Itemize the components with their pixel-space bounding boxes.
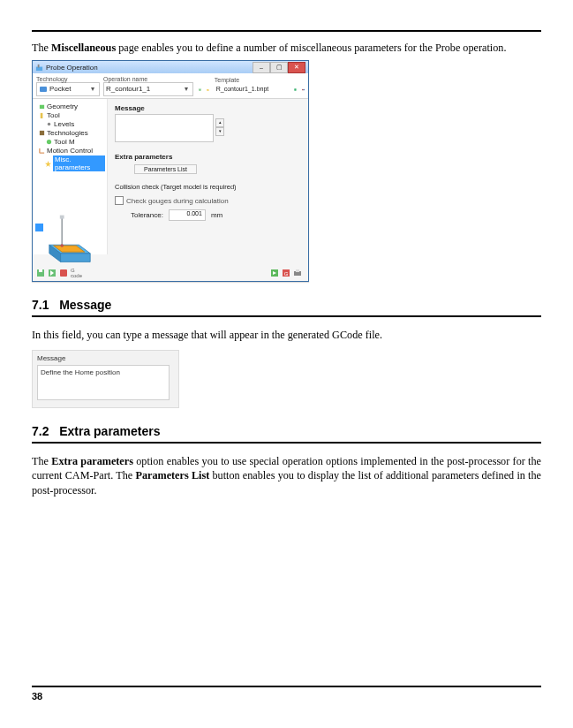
- gouge-checkbox-row: Check gouges during calculation: [115, 196, 301, 205]
- svg-rect-5: [294, 88, 296, 90]
- message-textarea[interactable]: ▴ ▾: [115, 114, 214, 142]
- svg-rect-21: [39, 269, 42, 272]
- sample-textarea[interactable]: Define the Home position: [37, 365, 170, 400]
- template-label: Template: [215, 77, 289, 83]
- print-icon[interactable]: [293, 269, 302, 277]
- probe-preview: [38, 212, 102, 265]
- axes-icon: [39, 148, 45, 154]
- tree-label: Technologies: [47, 129, 88, 137]
- page-footer: 38: [32, 686, 541, 701]
- svg-rect-28: [296, 269, 299, 272]
- tech-icon: [39, 130, 45, 136]
- tree-node[interactable]: Levels: [34, 120, 105, 128]
- gcode-label: Gcode: [71, 268, 82, 278]
- svg-rect-4: [200, 88, 200, 89]
- svg-point-10: [48, 123, 51, 126]
- document-page: The Miscellaneous page enables you to de…: [0, 0, 573, 728]
- tree-node[interactable]: Motion Control: [34, 147, 105, 155]
- tree-back-button[interactable]: [35, 224, 43, 231]
- opname-combo[interactable]: R_contour1_1 ▾: [103, 82, 193, 96]
- close-button[interactable]: ✕: [288, 62, 305, 73]
- dialog-toolbar: Technology Pocket ▾ Operation name R_con…: [33, 73, 308, 99]
- cube-green-icon: [39, 103, 45, 110]
- svg-marker-15: [61, 254, 91, 262]
- dialog-titlebar: Probe Operation – ▢ ✕: [33, 61, 308, 73]
- tree-node[interactable]: Tool: [34, 111, 105, 119]
- gear-green-icon: [46, 139, 52, 145]
- section-heading-message: 7.1 Message: [32, 298, 541, 312]
- intro-paragraph: The Miscellaneous page enables you to de…: [32, 41, 541, 55]
- svg-rect-8: [40, 105, 44, 109]
- dialog-buttonbar: Gcode G: [36, 268, 305, 278]
- template-save-icon[interactable]: [294, 85, 297, 95]
- folder-icon[interactable]: [207, 85, 209, 95]
- message-field-sample: Message Define the Home position: [32, 350, 179, 408]
- svg-rect-11: [40, 131, 44, 135]
- section-rule: [32, 315, 541, 317]
- sample-label: Message: [37, 354, 65, 362]
- opname-label: Operation name: [103, 76, 193, 82]
- tree-label: Tool: [47, 111, 60, 119]
- message-heading: Message: [115, 104, 145, 112]
- page-down-icon[interactable]: ▾: [215, 127, 224, 136]
- section-heading-extra: 7.2 Extra parameters: [32, 424, 541, 438]
- svg-text:G: G: [284, 271, 289, 277]
- save-calc-icon[interactable]: [36, 269, 45, 277]
- page-number: 38: [32, 691, 42, 701]
- tolerance-input[interactable]: 0.001: [169, 209, 206, 221]
- technology-label: Technology: [36, 76, 98, 82]
- template-field: R_contour1_1.bnpt: [215, 83, 289, 95]
- save-icon[interactable]: [199, 85, 201, 95]
- svg-rect-1: [38, 64, 40, 68]
- minimize-button[interactable]: –: [253, 62, 270, 73]
- parameters-list-button[interactable]: Parameters List: [134, 164, 197, 174]
- chevron-down-icon: ▾: [88, 85, 97, 93]
- gouge-label: Check gouges during calculation: [126, 197, 229, 205]
- tree-label: Motion Control: [47, 147, 93, 155]
- pocket-icon: [39, 85, 48, 94]
- svg-rect-23: [60, 269, 67, 277]
- save-exit-icon[interactable]: [48, 269, 57, 277]
- maximize-button[interactable]: ▢: [270, 62, 288, 73]
- simulate-icon[interactable]: [270, 269, 279, 277]
- app-icon: [35, 64, 43, 72]
- tolerance-unit: mm: [211, 211, 222, 219]
- svg-point-19: [60, 245, 64, 248]
- misc-pane: Message ▴ ▾ Extra parameters Parameters …: [108, 99, 308, 254]
- page-up-icon[interactable]: ▴: [215, 118, 224, 127]
- tree-label: Misc. parameters: [53, 155, 105, 171]
- svg-point-12: [47, 140, 51, 144]
- tree-label: Tool M: [54, 138, 75, 146]
- technology-combo[interactable]: Pocket ▾: [36, 82, 100, 96]
- dot-icon: [46, 121, 52, 127]
- svg-rect-2: [40, 87, 47, 92]
- chevron-down-icon: ▾: [182, 85, 191, 93]
- collision-label: Collision check (Target model is require…: [115, 183, 237, 191]
- tolerance-label: Tolerance:: [131, 211, 163, 219]
- tree-label: Levels: [54, 120, 74, 128]
- section2-body: The Extra parameters option enables you …: [32, 454, 541, 497]
- svg-point-7: [303, 89, 305, 91]
- tree-node[interactable]: Geometry: [34, 102, 105, 110]
- probe-operation-dialog: Probe Operation – ▢ ✕ Technology Pocket …: [32, 60, 309, 282]
- tree-node[interactable]: Technologies: [34, 129, 105, 137]
- tree-node[interactable]: Tool M: [34, 138, 105, 146]
- cancel-icon[interactable]: [59, 269, 68, 277]
- dialog-title: Probe Operation: [46, 64, 98, 72]
- tree-label: Geometry: [47, 102, 78, 110]
- tool-yellow-icon: [39, 112, 45, 118]
- star-yellow-icon: [45, 161, 51, 167]
- template-action-icon[interactable]: [302, 85, 305, 95]
- top-rule: [32, 30, 541, 32]
- svg-rect-9: [41, 113, 43, 118]
- section1-body: In this field, you can type a message th…: [32, 328, 541, 342]
- gouge-checkbox[interactable]: [115, 196, 124, 205]
- extra-heading: Extra parameters: [115, 153, 172, 161]
- window-controls: – ▢ ✕: [253, 62, 305, 73]
- tree-node[interactable]: Misc. parameters: [34, 155, 105, 171]
- svg-rect-18: [60, 216, 64, 219]
- section-rule: [32, 442, 541, 444]
- gcode-icon[interactable]: G: [282, 269, 290, 277]
